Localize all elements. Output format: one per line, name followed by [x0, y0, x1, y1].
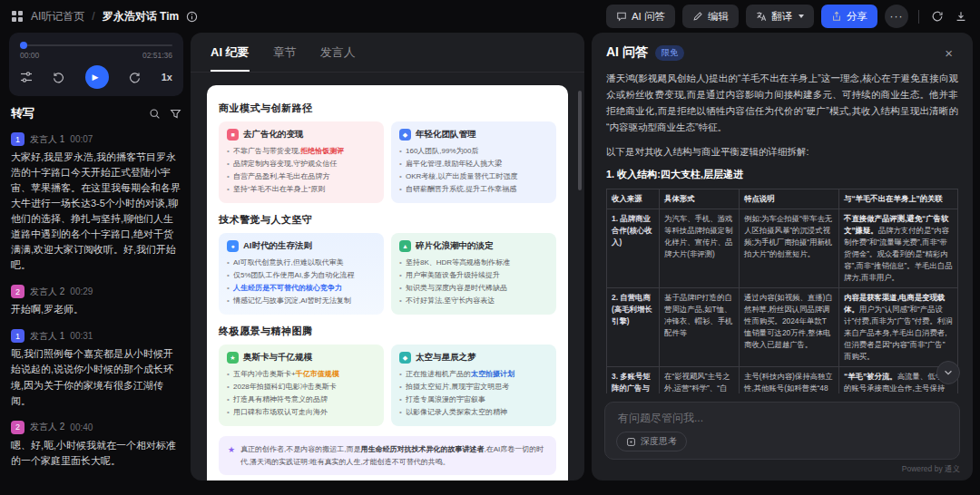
- apps-grid-icon[interactable]: [11, 10, 24, 23]
- left-sidebar: 00:00 02:51:36 ▶ 1x: [9, 33, 183, 480]
- scroll-to-bottom-button[interactable]: [936, 361, 960, 384]
- speaker-label: 发言人 1: [30, 330, 64, 343]
- cell-link: 不直接做产品评测,避免“广告软文”嫌疑。品牌方支付的是“内容制作费”和“流量曝光…: [839, 209, 958, 288]
- translate-icon: [756, 11, 767, 22]
- summary-point: 用口碑和市场双认可走向海外: [227, 406, 376, 419]
- summary-point: 情感记忆与故事沉淀,AI暂时无法复制: [227, 295, 376, 307]
- summary-card-oscar: ★奥斯卡与千亿规模 五年内冲击奥斯卡+千亿市值规模 2028年拍摄科幻电影冲击奥…: [219, 345, 384, 426]
- main-layout: 00:00 02:51:36 ▶ 1x: [0, 33, 980, 488]
- column-header: 收入来源: [607, 189, 660, 209]
- topbar: AI听记首页 / 罗永浩对话 Tim AI 问答 编辑: [0, 0, 980, 33]
- sliders-icon[interactable]: [20, 71, 33, 83]
- qa-answer-area[interactable]: 潘天鸿(影视飓风创始人)提出的“羊毛不出在羊身上”这一理念,核心在于避免直接向观…: [592, 68, 973, 393]
- filter-icon[interactable]: [170, 108, 181, 120]
- transcript-text: 开始啊,罗老师。: [11, 302, 181, 317]
- summary-point: 坚持8K、HDR等高规格制作标准: [399, 257, 548, 269]
- section-title: 技术警觉与人文坚守: [219, 213, 556, 227]
- timestamp[interactable]: 00:31: [70, 331, 93, 341]
- info-icon[interactable]: [186, 11, 198, 23]
- qa-paragraph: 以下是对其收入结构与商业平衡逻辑的详细拆解:: [606, 143, 958, 160]
- edit-label: 编辑: [708, 10, 729, 24]
- summary-poster-card: 商业模式与创新路径 ■去广告化的变现 不靠广告与带货变现,拒绝恰饭测评 品牌定制…: [207, 85, 568, 480]
- summary-point: 打造专属浪漫的宇宙叙事: [399, 393, 548, 406]
- qa-footer: 深度思考 Powered by 通义: [592, 393, 973, 480]
- timestamp[interactable]: 00:07: [70, 134, 93, 144]
- progress-handle[interactable]: [20, 42, 27, 49]
- deep-think-label: 深度思考: [641, 435, 677, 448]
- table-row: 2. 自营电商(高毛利增长引擎) 基于品牌IP打造的自营周边产品,如T恤、冲锋衣…: [607, 288, 958, 367]
- question-input-box[interactable]: 深度思考: [604, 402, 960, 460]
- more-button[interactable]: ···: [885, 5, 908, 28]
- qa-title: AI 问答: [606, 44, 648, 61]
- divider: [918, 10, 919, 24]
- cell-source: 2. 自营电商(高毛利增长引擎): [607, 288, 660, 367]
- summary-point: 五年内冲击奥斯卡+千亿市值规模: [227, 368, 376, 381]
- share-button[interactable]: 分享: [821, 5, 877, 28]
- deep-think-toggle[interactable]: 深度思考: [616, 432, 687, 451]
- transcript-list: 1 发言人 1 00:07 大家好,我是罗永浩,我的播客节目罗永浩的十字路口今天…: [9, 131, 183, 480]
- play-button[interactable]: ▶: [85, 65, 109, 89]
- transcript-item[interactable]: 2 发言人 2 00:29 开始啊,罗老师。: [11, 285, 181, 317]
- transcript-header: 转写: [9, 105, 183, 121]
- app-root: AI听记首页 / 罗永浩对话 Tim AI 问答 编辑: [0, 0, 980, 488]
- transcript-item[interactable]: 1 发言人 1 00:31 呃,我们照例每个嘉宾都是从小时候开始说起的,说说你小…: [11, 329, 181, 408]
- card-title: 去广告化的变现: [243, 129, 304, 141]
- tab-ai-summary[interactable]: AI 纪要: [211, 44, 250, 72]
- share-label: 分享: [847, 10, 867, 24]
- free-badge: 限免: [655, 45, 684, 61]
- forward-15-icon[interactable]: [128, 71, 142, 84]
- scrollbar-thumb[interactable]: [578, 91, 582, 190]
- summary-card-fragmentation: ▲碎片化浪潮中的淡定 坚持8K、HDR等高规格制作标准 用户审美随设备升级持续提…: [391, 233, 556, 315]
- cell-detail: 通过内容(如视频、直播)自然种草,粉丝因认同品牌调性而购买。2024年单款T恤销…: [740, 288, 839, 367]
- breadcrumb-home[interactable]: AI听记首页: [31, 9, 84, 24]
- share-icon: [831, 11, 842, 22]
- card-icon: ◆: [399, 352, 411, 364]
- translate-button[interactable]: 翻译: [746, 5, 814, 28]
- column-header: 具体形式: [660, 189, 740, 209]
- transcript-tools: [149, 108, 181, 120]
- close-icon[interactable]: ×: [939, 45, 958, 61]
- qa-paragraph: 潘天鸿(影视飓风创始人)提出的“羊毛不出在羊身上”这一理念,核心在于避免直接向观…: [606, 70, 958, 135]
- refresh-button[interactable]: [929, 8, 946, 24]
- progress-bar[interactable]: [20, 42, 172, 49]
- total-duration: 02:51:36: [142, 51, 172, 60]
- rewind-15-icon[interactable]: [52, 71, 65, 84]
- ai-qa-button[interactable]: AI 问答: [606, 5, 675, 28]
- qa-section-heading: 1. 收入结构:四大支柱,层层递进: [606, 168, 958, 181]
- speaker-label: 发言人 2: [30, 421, 64, 433]
- summary-point: 人生经历是不可替代的核心竞争力: [227, 282, 376, 295]
- card-icon: ★: [227, 352, 239, 364]
- summary-point: 坚持“羊毛不出在羊身上”原则: [227, 183, 376, 196]
- transcript-title: 转写: [11, 105, 34, 121]
- summary-point: 打造具有精神符号意义的品牌: [227, 393, 376, 406]
- summary-point: AI可取代创意执行,但难以取代审美: [227, 257, 376, 269]
- speaker-label: 发言人 2: [30, 286, 64, 298]
- summary-point: OKR考核,以产出质量替代工时强度: [399, 170, 548, 183]
- section-title: 终极愿景与精神图腾: [219, 325, 556, 338]
- summary-card-ai: ●AI时代的生存法则 AI可取代创意执行,但难以取代审美 仅5%团队工作使用AI…: [219, 233, 384, 315]
- document-scroll-area[interactable]: 商业模式与创新路径 ■去广告化的变现 不靠广告与带货变现,拒绝恰饭测评 品牌定制…: [191, 73, 584, 480]
- section-title: 商业模式与创新路径: [219, 102, 556, 115]
- cell-form: 为汽车、手机、游戏等科技品牌拍摄定制化样片、宣传片、品牌大片(非评测): [660, 209, 740, 288]
- question-input[interactable]: [616, 411, 948, 425]
- playback-speed[interactable]: 1x: [162, 72, 172, 82]
- chat-icon: [616, 11, 627, 22]
- search-icon[interactable]: [149, 108, 161, 120]
- transcript-item[interactable]: 2 发言人 2 00:40 嗯、好,呃,小时候我就在一个相对标准的一个家庭里面长…: [11, 421, 181, 469]
- download-button[interactable]: [953, 8, 969, 24]
- page-title: 罗永浩对话 Tim: [103, 9, 179, 24]
- player-controls: ▶ 1x: [20, 65, 172, 89]
- summary-point: 品牌定制内容变现,守护观众信任: [227, 158, 376, 170]
- timestamp[interactable]: 00:29: [70, 286, 93, 296]
- summary-card-space: ◆太空与星辰之梦 正在推进相机产品的太空拍摄计划 拍摄太空短片,展现宇宙文明思考…: [391, 345, 556, 426]
- transcript-item[interactable]: 1 发言人 1 00:07 大家好,我是罗永浩,我的播客节目罗永浩的十字路口今天…: [11, 132, 181, 273]
- timestamp[interactable]: 00:40: [70, 422, 93, 432]
- transcript-text: 大家好,我是罗永浩,我的播客节目罗永浩的十字路口今天开始正式登陆小宇宙、苹果播客…: [11, 150, 181, 273]
- speaker-label: 发言人 1: [30, 133, 64, 146]
- closing-note: ★ 真正的创作者,不是内容的搬运工,而是用生命经历对抗技术异化的故事讲述者,在A…: [219, 436, 556, 475]
- edit-button[interactable]: 编辑: [682, 5, 739, 28]
- cell-source: 3. 多账号矩阵的广告与流量分发: [607, 367, 660, 393]
- cell-source: 1. 品牌商业合作(核心收入): [607, 209, 660, 288]
- tab-speakers[interactable]: 发言人: [320, 44, 356, 72]
- tab-chapters[interactable]: 章节: [273, 44, 297, 72]
